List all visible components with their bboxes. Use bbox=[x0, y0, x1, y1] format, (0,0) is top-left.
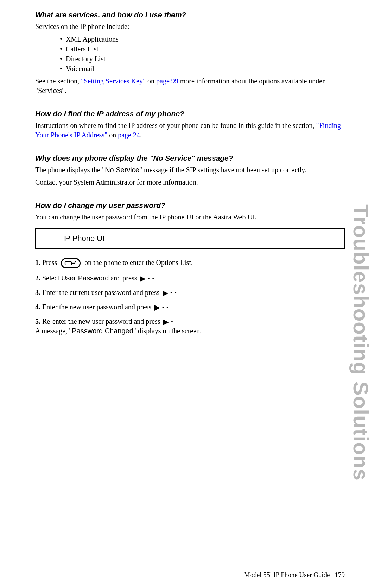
footer-title: Model 55i IP Phone User Guide bbox=[244, 571, 330, 578]
step-number: 1. bbox=[35, 259, 40, 266]
step-4: 4. Enter the new user password and press… bbox=[35, 302, 345, 312]
arrow-right-icon bbox=[140, 276, 146, 282]
arrow-dots-icon: • • bbox=[148, 276, 154, 282]
list-item: XML Applications bbox=[60, 34, 345, 44]
step-3: 3. Enter the current user password and p… bbox=[35, 288, 345, 297]
footer-page-number: 179 bbox=[335, 571, 345, 578]
password-steps: 1. Press on the phone to enter the Optio… bbox=[35, 258, 345, 336]
text: Enter the new user password and press bbox=[42, 303, 151, 311]
password-intro: You can change the user password from th… bbox=[35, 212, 345, 222]
contact-admin-text: Contact your System Administrator for mo… bbox=[35, 178, 345, 187]
ip-phone-ui-box: IP Phone UI bbox=[35, 228, 345, 249]
link-page-99[interactable]: page 99 bbox=[156, 77, 178, 85]
heading-change-password: How do I change my user password? bbox=[35, 201, 345, 210]
text: See the section, bbox=[35, 77, 81, 85]
heading-no-service: Why does my phone display the "No Servic… bbox=[35, 154, 345, 162]
user-password-label: User Password bbox=[61, 274, 109, 282]
page-footer: Model 55i IP Phone User Guide179 bbox=[244, 571, 345, 579]
text: Enter the current user password and pres… bbox=[42, 289, 159, 296]
page-content: What are services, and how do I use them… bbox=[0, 0, 380, 588]
text: and press bbox=[109, 274, 137, 282]
text: Re-enter the new user password and press bbox=[42, 317, 160, 325]
phone-ui-icon bbox=[43, 234, 57, 243]
arrow-right-icon bbox=[154, 305, 160, 311]
svg-rect-0 bbox=[62, 259, 80, 268]
list-item: Voicemail bbox=[60, 64, 345, 74]
list-item: Callers List bbox=[60, 44, 345, 54]
text: " displays on the screen. bbox=[133, 327, 202, 335]
text: Select bbox=[42, 274, 61, 282]
step-2: 2. Select User Password and press • • bbox=[35, 273, 345, 283]
text: on the phone to enter the Options List. bbox=[84, 259, 193, 266]
text: on bbox=[107, 131, 118, 139]
text: . bbox=[140, 131, 142, 139]
ip-address-text: Instructions on where to find the IP add… bbox=[35, 121, 345, 140]
services-list: XML Applications Callers List Directory … bbox=[60, 34, 345, 74]
heading-services: What are services, and how do I use them… bbox=[35, 11, 345, 19]
text: " message if the SIP settings have not b… bbox=[139, 166, 306, 174]
text: The phone displays the " bbox=[35, 166, 105, 174]
options-key-icon bbox=[61, 258, 81, 268]
ip-phone-ui-label: IP Phone UI bbox=[63, 234, 104, 243]
text: on bbox=[146, 77, 156, 85]
arrow-dots-icon: • • bbox=[170, 290, 177, 297]
step-number: 4. bbox=[35, 303, 40, 311]
side-tab-label: Troubleshooting Solutions bbox=[349, 204, 373, 481]
no-service-label: No Service bbox=[105, 166, 139, 174]
arrow-right-icon bbox=[163, 291, 168, 296]
arrow-right-icon bbox=[163, 320, 169, 325]
step-1: 1. Press on the phone to enter the Optio… bbox=[35, 258, 345, 268]
step-number: 5. bbox=[35, 317, 40, 325]
step-number: 3. bbox=[35, 289, 40, 296]
heading-ip-address: How do I find the IP address of my phone… bbox=[35, 110, 345, 118]
link-page-24[interactable]: page 24 bbox=[118, 131, 140, 139]
no-service-text: The phone displays the "No Service" mess… bbox=[35, 165, 345, 175]
link-setting-services-key[interactable]: "Setting Services Key" bbox=[81, 77, 146, 85]
services-reference: See the section, "Setting Services Key" … bbox=[35, 76, 345, 95]
password-changed-label: Password Changed bbox=[72, 327, 133, 335]
list-item: Directory List bbox=[60, 54, 345, 64]
arrow-dots-icon: • bbox=[171, 319, 173, 326]
arrow-dots-icon: • • bbox=[162, 304, 169, 311]
text: Instructions on where to find the IP add… bbox=[35, 122, 316, 129]
services-intro: Services on the IP phone include: bbox=[35, 22, 345, 31]
text: Press bbox=[42, 259, 57, 266]
step-5: 5. Re-enter the new user password and pr… bbox=[35, 317, 345, 336]
text: A message, " bbox=[35, 327, 72, 335]
step-number: 2. bbox=[35, 274, 40, 282]
